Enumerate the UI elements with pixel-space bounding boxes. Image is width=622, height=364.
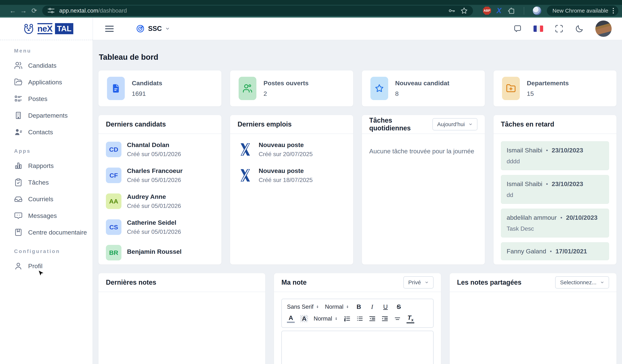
browser-menu-icon[interactable] [613,8,614,14]
sidebar-item-label: Profil [28,262,42,270]
late-task-item[interactable]: abdelilah ammour•20/10/2023 Task Desc [501,209,609,237]
extensions-puzzle-icon[interactable] [507,7,515,15]
candidate-row[interactable]: CS Catherine Seidel Créé sur 05/01/2026 [106,219,214,235]
feedback-chat-icon[interactable] [513,24,522,33]
candidate-row[interactable]: CD Chantal Dolan Créé sur 05/01/2026 [106,141,214,158]
candidate-created: Créé sur 05/01/2026 [127,177,183,183]
daily-filter-value: Aujourd'hui [437,121,465,127]
sidebar-section-configuration: Configuration [0,248,93,254]
sidebar-item-profil[interactable]: Profil [0,258,93,274]
sidebar-item-rapports[interactable]: Rapports [0,157,93,174]
language-flag-fr[interactable] [534,26,543,32]
sidebar-item-departements[interactable]: Departements [0,107,93,124]
url-bar[interactable]: app.nextal.com/dashboard [42,5,473,16]
card-ma-note: Ma note Privé Sans Serif Normal B I [274,273,441,364]
stat-candidats[interactable]: Candidats 1691 [98,71,221,106]
sidebar-item-courriels[interactable]: Courriels [0,191,93,207]
underline-button[interactable]: U [382,303,389,310]
candidate-name: Benjamin Roussel [127,248,182,255]
card-title: Les notes partagées [457,279,522,286]
bear-logo-icon [23,23,35,35]
align-icon[interactable] [394,315,401,322]
sidebar-item-label: Postes [28,95,47,103]
sidebar-item-label: Contacts [28,128,53,136]
chrome-update-button[interactable]: New Chrome available [547,5,618,16]
size-picker[interactable]: Normal [325,304,349,310]
text-color-button[interactable]: A [287,314,295,323]
sidebar-item-candidats[interactable]: Candidats [0,57,93,74]
stat-label: Nouveau candidat [395,79,449,87]
sidebar-item-centre-documentaire[interactable]: Centre documentaire [0,224,93,241]
ordered-list-icon[interactable] [344,315,350,322]
clear-format-button[interactable]: Tx [407,314,414,323]
sidebar-item-taches[interactable]: Tâches [0,174,93,191]
user-avatar[interactable] [595,20,612,37]
job-row[interactable]: Nouveau poste Créé sur 20/07/2025 [237,141,346,158]
note-privacy-dropdown[interactable]: Privé [403,276,433,289]
outdent-icon[interactable] [369,315,376,322]
late-task-item[interactable]: Fanny Galand•17/01/2021 [501,242,609,260]
candidate-row[interactable]: AA Audrey Anne Créé sur 05/01/2026 [106,193,214,209]
divider [524,7,524,15]
strikethrough-button[interactable]: S [395,303,403,310]
fullscreen-icon[interactable] [555,24,564,33]
forward-icon[interactable]: → [18,7,29,15]
url-text: app.nextal.com/dashboard [59,7,127,14]
daily-filter-dropdown[interactable]: Aujourd'hui [432,118,477,130]
note-editor-input[interactable] [281,331,433,364]
card-title: Tâches en retard [501,120,554,128]
job-created: Créé sur 18/07/2025 [259,177,313,183]
stat-postes-ouverts[interactable]: Postes ouverts 2 [230,71,353,106]
dashboard-content: Tableau de bord Candidats 1691 Postes ou… [93,40,622,364]
card-taches-quotidiennes: Tâches quotidiennes Aujourd'hui Aucune t… [362,115,485,264]
indent-icon[interactable] [381,315,389,322]
stat-label: Candidats [132,79,162,87]
bookmark-star-icon[interactable] [460,7,468,15]
bar-chart-icon [14,162,23,170]
card-title: Derniers candidats [106,120,166,128]
clipboard-check-icon [14,178,23,187]
late-task-item[interactable]: Ismail Shaibi•23/10/2023 dd [501,175,609,204]
sidebar-item-applications[interactable]: Applications [0,74,93,91]
highlight-color-button[interactable]: A [300,315,308,322]
stat-nouveau-candidat[interactable]: Nouveau candidat 8 [362,71,485,106]
stat-departements[interactable]: Departements 15 [494,71,617,106]
chevron-down-icon [468,122,473,126]
reload-icon[interactable]: ⟳ [29,7,39,15]
sidebar-item-label: Candidats [28,62,57,69]
x-extension-icon[interactable]: X [497,6,502,15]
sidebar-item-messages[interactable]: Messages [0,207,93,224]
hamburger-menu-icon[interactable] [105,26,114,32]
card-title: Ma note [281,279,307,286]
adblock-extension-icon[interactable]: ABP [483,7,491,15]
password-key-icon[interactable] [448,7,456,15]
bold-button[interactable]: B [355,303,363,310]
sidebar-item-contacts[interactable]: Contacts [0,124,93,140]
task-date: 20/10/2023 [566,214,598,221]
late-task-item[interactable]: Ismail Shaibi•23/10/2023 dddd [501,141,609,170]
site-settings-icon[interactable] [47,7,55,15]
italic-button[interactable]: I [368,303,376,310]
candidate-row[interactable]: BR Benjamin Roussel [106,245,214,260]
format-picker[interactable]: Normal [313,315,338,322]
sidebar-item-label: Rapports [28,162,54,169]
sidebar-item-label: Centre documentaire [28,229,87,236]
stat-cards: Candidats 1691 Postes ouverts 2 Nouveau … [98,71,617,106]
bullet-list-icon[interactable] [356,315,363,322]
picker-arrows-icon [346,304,349,309]
app-logo[interactable]: neX TAL [0,18,93,40]
user-icon [14,262,23,270]
avatar-initials: CF [106,168,121,183]
shared-notes-body [450,292,617,299]
candidate-row[interactable]: CF Charles Francoeur Créé sur 05/01/2026 [106,167,214,183]
dark-mode-moon-icon[interactable] [575,24,584,33]
font-picker[interactable]: Sans Serif [287,304,319,310]
task-owner: Ismail Shaibi [507,180,543,187]
shared-notes-dropdown[interactable]: Selectionnez... [555,276,609,289]
workspace-selector[interactable]: SSC [136,24,170,33]
browser-profile-avatar[interactable] [533,6,541,15]
contact-icon [14,128,23,136]
back-icon[interactable]: ← [7,7,18,15]
sidebar-item-postes[interactable]: Postes [0,91,93,107]
job-row[interactable]: Nouveau poste Créé sur 18/07/2025 [237,167,346,183]
